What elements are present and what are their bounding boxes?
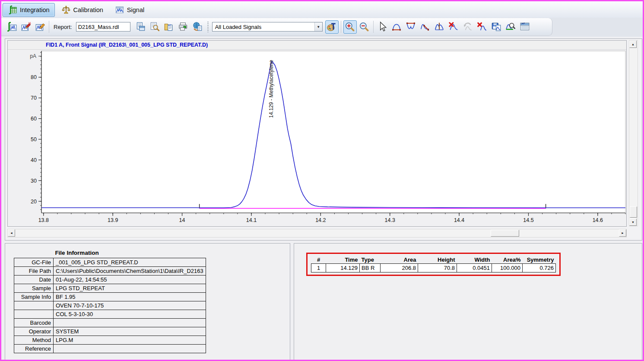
edit-integration-events-button[interactable] bbox=[33, 20, 47, 34]
results-cell: 0.726 bbox=[523, 264, 556, 272]
draw-baseline-button[interactable] bbox=[390, 20, 403, 34]
results-header-cell: Time bbox=[326, 256, 360, 264]
save-integration-icon bbox=[491, 21, 502, 32]
split-peak-icon bbox=[434, 21, 445, 32]
toolbar-separator bbox=[373, 21, 374, 33]
file-info-label: Method bbox=[14, 336, 54, 345]
undo-integration-icon bbox=[462, 21, 473, 32]
file-info-row: File PathC:\Users\Public\Documents\ChemS… bbox=[14, 267, 206, 276]
report-input[interactable] bbox=[76, 22, 130, 32]
integration-results-highlight: #TimeTypeAreaHeightWidthArea%Symmetry 11… bbox=[306, 253, 561, 276]
file-info-label: Date bbox=[14, 276, 54, 284]
file-information-title: File Information bbox=[14, 250, 140, 256]
auto-integrate-icon bbox=[6, 21, 17, 32]
results-row: 114.129BB R206.870.80.0451100.0000.726 bbox=[311, 264, 556, 272]
delete-peak-button[interactable] bbox=[447, 20, 460, 34]
file-info-label: File Path bbox=[14, 267, 54, 276]
file-info-label: Sample Info bbox=[14, 293, 54, 301]
scroll-up-button[interactable]: ▲ bbox=[629, 41, 637, 48]
draw-baseline-icon bbox=[391, 21, 402, 32]
file-info-row: Date01-Aug-22, 14:54:55 bbox=[14, 276, 206, 284]
publish-report-button[interactable] bbox=[191, 20, 204, 34]
valley-baseline-button[interactable] bbox=[404, 20, 418, 34]
scroll-down-button[interactable]: ▼ bbox=[629, 218, 637, 226]
annotation-style-button[interactable] bbox=[325, 20, 339, 34]
horizontal-scroll-thumb[interactable] bbox=[491, 230, 519, 237]
tab-calibration[interactable]: Calibration bbox=[56, 3, 108, 17]
peak-explorer-button[interactable] bbox=[504, 20, 517, 34]
auto-integrate-button[interactable] bbox=[5, 20, 18, 34]
scroll-right-button[interactable]: ► bbox=[619, 229, 626, 237]
svg-text:pA: pA bbox=[30, 53, 36, 59]
vertical-scroll-thumb[interactable] bbox=[630, 206, 637, 218]
file-info-row: Sample InfoBF 1.95 bbox=[14, 293, 206, 301]
annotation-style-icon bbox=[326, 21, 337, 32]
calibration-tab-icon bbox=[61, 5, 71, 15]
results-cell: 100.000 bbox=[492, 264, 523, 272]
plot-horizontal-scrollbar[interactable]: ◄ ► bbox=[7, 229, 627, 238]
publish-report-icon bbox=[192, 21, 203, 32]
scroll-left-button[interactable]: ◄ bbox=[8, 229, 15, 237]
valley-baseline-icon bbox=[405, 21, 416, 32]
plot-vertical-scrollbar[interactable]: ▲ ▼ bbox=[629, 40, 638, 226]
chromatogram-frame: FID1 A, Front Signal (IR_D2163\_001_005_… bbox=[7, 40, 627, 227]
copy-report-button[interactable] bbox=[134, 20, 147, 34]
zoom-in-button[interactable] bbox=[343, 20, 357, 34]
file-info-row: OVEN 70-7-10-175 bbox=[14, 301, 206, 310]
chromatogram-plot[interactable]: 20304050607080pA13.813.91414.114.214.314… bbox=[8, 50, 626, 226]
svg-text:14.4: 14.4 bbox=[454, 217, 464, 223]
file-info-row: SampleLPG STD_REPEAT bbox=[14, 284, 206, 293]
svg-text:14.3: 14.3 bbox=[385, 217, 395, 223]
results-cell: 0.0451 bbox=[457, 264, 492, 272]
print-button[interactable] bbox=[177, 20, 190, 34]
results-cell: 1 bbox=[311, 264, 326, 272]
svg-text:13.8: 13.8 bbox=[38, 217, 49, 223]
save-integration-button[interactable] bbox=[490, 20, 503, 34]
split-peak-button[interactable] bbox=[433, 20, 446, 34]
svg-text:14.2: 14.2 bbox=[315, 217, 326, 223]
svg-text:14: 14 bbox=[179, 217, 185, 223]
signals-dropdown[interactable]: All Loaded Signals ▼ bbox=[212, 22, 323, 32]
results-header-cell: # bbox=[311, 256, 326, 264]
tab-signal[interactable]: Signal bbox=[110, 3, 149, 17]
manual-integrate-icon bbox=[20, 21, 32, 32]
file-info-value: LPG STD_REPEAT bbox=[54, 284, 206, 293]
svg-text:14.5: 14.5 bbox=[523, 217, 533, 223]
results-header-cell: Area bbox=[381, 256, 418, 264]
pointer-button[interactable] bbox=[376, 20, 389, 34]
zoom-out-button[interactable] bbox=[358, 20, 371, 34]
results-header-cell: Width bbox=[457, 256, 492, 264]
tab-integration[interactable]: Integration bbox=[3, 3, 55, 17]
integration-results-panel: #TimeTypeAreaHeightWidthArea%Symmetry 11… bbox=[294, 243, 642, 360]
print-preview-button[interactable] bbox=[148, 20, 162, 34]
tab-integration-label: Integration bbox=[20, 6, 50, 13]
integration-results-button[interactable] bbox=[518, 20, 532, 34]
main-toolbar: Report: bbox=[1, 18, 643, 37]
file-info-value: SYSTEM bbox=[54, 327, 206, 336]
svg-text:50: 50 bbox=[31, 136, 37, 142]
undo-integration-button[interactable] bbox=[461, 20, 475, 34]
file-info-value: COL 5-3-10-30 bbox=[54, 310, 206, 319]
manual-integrate-button[interactable] bbox=[19, 20, 32, 34]
results-cell: BB R bbox=[360, 264, 381, 272]
results-header-cell: Symmetry bbox=[523, 256, 556, 264]
results-header-cell: Type bbox=[360, 256, 381, 264]
peak-explorer-icon bbox=[505, 21, 516, 32]
file-info-value bbox=[54, 345, 206, 353]
file-info-value: _001_005_LPG STD_REPEAT.D bbox=[54, 258, 206, 267]
print-preview-icon bbox=[149, 21, 160, 32]
dropdown-arrow-icon[interactable]: ▼ bbox=[314, 22, 322, 31]
zoom-out-icon bbox=[358, 21, 370, 32]
delete-all-peaks-button[interactable] bbox=[476, 20, 489, 34]
file-info-row: Barcode bbox=[14, 319, 206, 327]
results-header-cell: Height bbox=[418, 256, 457, 264]
file-information-panel: File Information GC-File_001_005_LPG STD… bbox=[5, 243, 290, 360]
svg-text:14.129 - Methylacetylene: 14.129 - Methylacetylene bbox=[268, 60, 274, 118]
copy-report-icon bbox=[135, 21, 146, 32]
copy-to-folder-icon bbox=[163, 21, 174, 32]
results-header-row: #TimeTypeAreaHeightWidthArea%Symmetry bbox=[311, 256, 556, 264]
copy-to-folder-button[interactable] bbox=[162, 20, 176, 34]
report-label: Report: bbox=[54, 24, 72, 30]
tangent-skim-button[interactable] bbox=[419, 20, 432, 34]
file-info-label bbox=[14, 310, 54, 319]
